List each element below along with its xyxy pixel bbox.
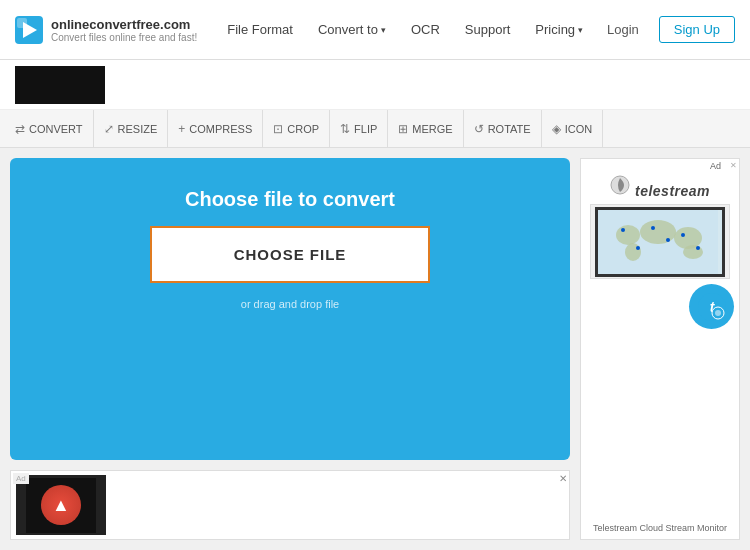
top-ad-banner	[0, 60, 750, 110]
map-screen	[595, 207, 725, 277]
right-ad: Ad ✕ telestream	[580, 158, 740, 540]
telestream-header: telestream	[610, 171, 710, 199]
login-button[interactable]: Login	[597, 17, 649, 42]
tool-icon[interactable]: ◈ ICON	[542, 110, 604, 147]
svg-point-15	[696, 246, 700, 250]
nav-support[interactable]: Support	[455, 14, 521, 45]
convert-box: Choose file to convert CHOOSE FILE or dr…	[10, 158, 570, 460]
bottom-ad-banner: Ad ✕ ▲	[10, 470, 570, 540]
nav-ocr[interactable]: OCR	[401, 14, 450, 45]
bottom-ad-image: ▲	[16, 475, 106, 535]
tool-toolbar: ⇄ CONVERT ⤢ RESIZE + COMPRESS ⊡ CROP ⇅ F…	[0, 110, 750, 148]
header: onlineconvertfree.com Convert files onli…	[0, 0, 750, 60]
logo-text-area: onlineconvertfree.com Convert files onli…	[51, 17, 197, 43]
nav-pricing[interactable]: Pricing ▾	[525, 14, 593, 45]
svg-point-7	[674, 227, 702, 249]
nav-file-format[interactable]: File Format	[217, 14, 303, 45]
badge-area: t	[581, 279, 739, 329]
nav-convert-to[interactable]: Convert to ▾	[308, 14, 396, 45]
tool-convert[interactable]: ⇄ CONVERT	[5, 110, 94, 147]
tool-compress[interactable]: + COMPRESS	[168, 110, 263, 147]
main-nav: File Format Convert to ▾ OCR Support Pri…	[217, 14, 597, 45]
svg-point-12	[681, 233, 685, 237]
svg-point-5	[616, 225, 640, 245]
svg-point-14	[636, 246, 640, 250]
icon-tool-icon: ◈	[552, 122, 561, 136]
crop-icon: ⊡	[273, 122, 283, 136]
compress-icon: +	[178, 122, 185, 136]
bottom-ad-label: Ad	[13, 473, 29, 484]
tool-rotate[interactable]: ↺ ROTATE	[464, 110, 542, 147]
tool-merge[interactable]: ⊞ MERGE	[388, 110, 463, 147]
logo-area: onlineconvertfree.com Convert files onli…	[15, 16, 197, 44]
right-ad-panel: Ad ✕ telestream	[580, 158, 740, 540]
logo-icon	[15, 16, 43, 44]
svg-point-9	[683, 245, 703, 259]
telestream-logo-icon	[610, 175, 630, 195]
top-ad-image	[15, 66, 105, 104]
tool-resize[interactable]: ⤢ RESIZE	[94, 110, 169, 147]
svg-point-6	[640, 220, 676, 244]
right-ad-close[interactable]: ✕	[730, 161, 737, 170]
left-panel: Choose file to convert CHOOSE FILE or dr…	[10, 158, 570, 540]
svg-point-13	[666, 238, 670, 242]
svg-point-19	[715, 310, 721, 316]
logo-subtitle: Convert files online free and fast!	[51, 32, 197, 43]
svg-point-10	[621, 228, 625, 232]
telestream-map	[590, 204, 730, 279]
main-area: Choose file to convert CHOOSE FILE or dr…	[0, 148, 750, 550]
bottom-ad-close[interactable]: ✕	[559, 473, 567, 484]
telestream-badge: t	[689, 284, 734, 329]
convert-to-arrow: ▾	[381, 25, 386, 35]
signup-button[interactable]: Sign Up	[659, 16, 735, 43]
svg-point-11	[651, 226, 655, 230]
pricing-arrow: ▾	[578, 25, 583, 35]
svg-point-8	[625, 243, 641, 261]
rotate-icon: ↺	[474, 122, 484, 136]
tool-flip[interactable]: ⇅ FLIP	[330, 110, 388, 147]
svg-rect-2	[17, 18, 27, 28]
resize-icon: ⤢	[104, 122, 114, 136]
convert-title: Choose file to convert	[185, 188, 395, 211]
telestream-t-icon: t	[698, 293, 726, 321]
header-right: Login Sign Up	[597, 16, 735, 43]
flip-icon: ⇅	[340, 122, 350, 136]
telestream-brand: telestream	[635, 183, 710, 199]
merge-icon: ⊞	[398, 122, 408, 136]
drag-drop-text: or drag and drop file	[241, 298, 339, 310]
right-ad-x: Ad	[710, 161, 721, 171]
map-svg	[598, 210, 718, 274]
telestream-footer: Telestream Cloud Stream Monitor	[588, 520, 732, 536]
convert-icon: ⇄	[15, 122, 25, 136]
logo-title: onlineconvertfree.com	[51, 17, 197, 32]
choose-file-button[interactable]: CHOOSE FILE	[150, 226, 430, 283]
tool-crop[interactable]: ⊡ CROP	[263, 110, 330, 147]
